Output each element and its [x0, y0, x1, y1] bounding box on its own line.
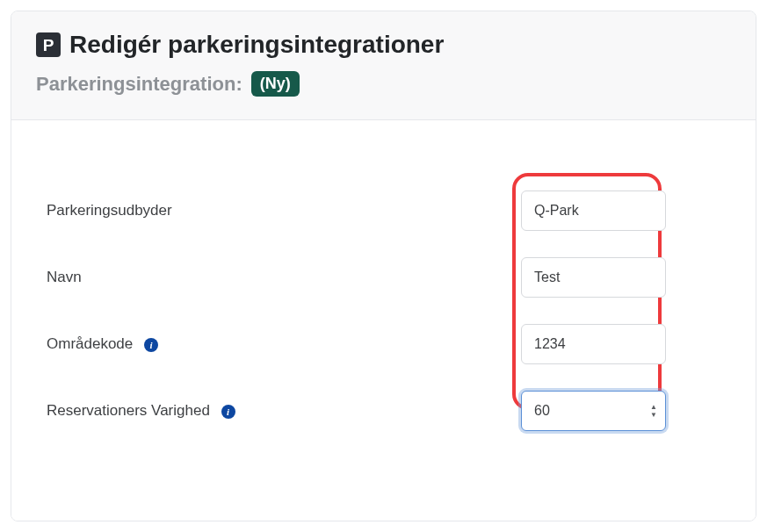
parking-icon: P	[36, 32, 61, 57]
page-title: Redigér parkeringsintegrationer	[69, 31, 444, 59]
provider-input-cell	[521, 191, 666, 231]
area-code-label-text: Områdekode	[47, 335, 133, 352]
edit-parking-integration-card: P Redigér parkeringsintegrationer Parker…	[11, 11, 756, 521]
info-icon[interactable]: i	[221, 405, 235, 419]
provider-label-text: Parkeringsudbyder	[47, 202, 172, 219]
stepper-up-icon[interactable]: ▲	[650, 404, 657, 411]
name-input-cell	[521, 257, 666, 298]
subtitle-row: Parkeringsintegration: (Ny)	[36, 71, 731, 97]
area-code-input-cell	[521, 324, 666, 364]
duration-label-text: Reservationers Varighed	[47, 402, 210, 419]
name-label: Navn	[47, 269, 521, 286]
name-row: Navn	[47, 257, 720, 298]
info-icon[interactable]: i	[144, 338, 158, 352]
card-body: Parkeringsudbyder Navn Områdekode i	[11, 120, 756, 521]
name-label-text: Navn	[47, 269, 82, 285]
duration-stepper[interactable]	[521, 391, 666, 431]
duration-label: Reservationers Varighed i	[47, 402, 521, 420]
provider-row: Parkeringsudbyder	[47, 191, 720, 231]
card-header: P Redigér parkeringsintegrationer Parker…	[11, 11, 756, 120]
subtitle-label: Parkeringsintegration:	[36, 73, 242, 96]
stepper-down-icon[interactable]: ▼	[650, 412, 657, 419]
area-code-row: Områdekode i	[47, 324, 720, 364]
area-code-label: Områdekode i	[47, 335, 521, 353]
duration-row: Reservationers Varighed i ▲ ▼	[47, 391, 720, 431]
stepper-controls: ▲ ▼	[650, 404, 657, 419]
provider-label: Parkeringsudbyder	[47, 202, 521, 219]
name-input[interactable]	[521, 257, 666, 298]
new-badge: (Ny)	[251, 71, 300, 97]
area-code-input[interactable]	[521, 324, 666, 364]
provider-select[interactable]	[521, 191, 666, 231]
title-row: P Redigér parkeringsintegrationer	[36, 31, 731, 59]
duration-input-cell: ▲ ▼	[521, 391, 666, 431]
